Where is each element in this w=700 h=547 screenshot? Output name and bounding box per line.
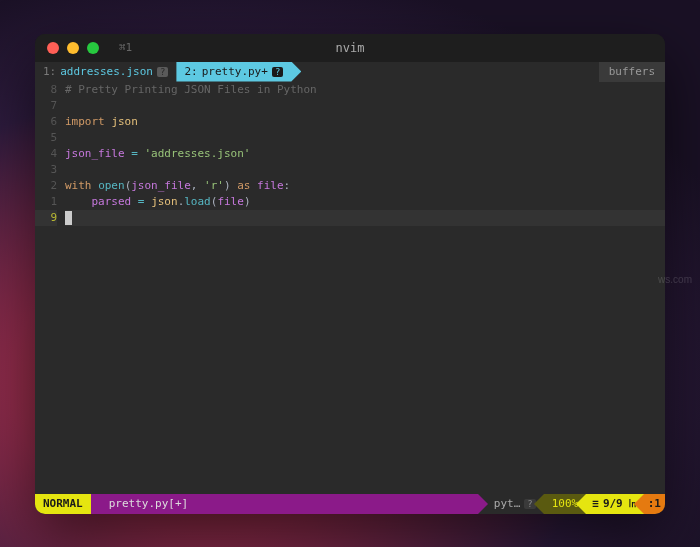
filetype-label: pyt… — [494, 497, 521, 510]
buffers-label: buffers — [599, 62, 665, 82]
line-position: 9/9 — [603, 497, 623, 510]
cursor-icon — [65, 211, 72, 225]
buffer-name: addresses.json — [60, 65, 153, 78]
close-icon[interactable] — [47, 42, 59, 54]
command-line[interactable] — [35, 478, 665, 494]
line-number: 1 — [35, 194, 57, 210]
line-number: 6 — [35, 114, 57, 130]
buffer-name: pretty.py+ — [202, 65, 268, 78]
code-line: json_file = 'addresses.json' — [65, 146, 665, 162]
code-line: # Pretty Printing JSON Files in Python — [65, 82, 665, 98]
line-number-gutter: 8 7 6 5 4 3 2 1 9 — [35, 82, 65, 478]
line-number: 8 — [35, 82, 57, 98]
code-line — [65, 98, 665, 114]
titlebar: ⌘1 nvim — [35, 34, 665, 62]
separator-icon: ≡ — [592, 497, 599, 510]
minimize-icon[interactable] — [67, 42, 79, 54]
line-number: 7 — [35, 98, 57, 114]
code-line: import json — [65, 114, 665, 130]
watermark: ws.com — [658, 274, 692, 285]
buffer-line: 1: addresses.json ? 2: pretty.py+ ? buff… — [35, 62, 665, 82]
code-line — [65, 162, 665, 178]
line-number: 3 — [35, 162, 57, 178]
traffic-lights — [47, 42, 99, 54]
maximize-icon[interactable] — [87, 42, 99, 54]
column-segment: :1 — [644, 494, 665, 514]
line-number: 2 — [35, 178, 57, 194]
code-content[interactable]: # Pretty Printing JSON Files in Python i… — [65, 82, 665, 478]
code-line-current — [65, 210, 665, 226]
code-line: parsed = json.load(file) — [65, 194, 665, 210]
buffer-number: 1: — [43, 65, 56, 78]
terminal-tab-indicator: ⌘1 — [119, 41, 132, 54]
line-number: 5 — [35, 130, 57, 146]
status-line: NORMAL pretty.py[+] pyt… ? 100% ≡ 9/9 ㏑ … — [35, 494, 665, 514]
window-title: nvim — [336, 41, 365, 55]
code-line — [65, 130, 665, 146]
mode-segment: NORMAL — [35, 494, 91, 514]
buffer-number: 2: — [184, 65, 197, 78]
file-segment: pretty.py[+] — [91, 494, 478, 514]
editor-area[interactable]: 8 7 6 5 4 3 2 1 9 # Pretty Printing JSON… — [35, 82, 665, 478]
buffer-modified-icon: ? — [272, 67, 283, 77]
line-number: 4 — [35, 146, 57, 162]
terminal-window: ⌘1 nvim 1: addresses.json ? 2: pretty.py… — [35, 34, 665, 514]
buffer-modified-icon: ? — [157, 67, 168, 77]
buffer-tab-active[interactable]: 2: pretty.py+ ? — [176, 62, 301, 82]
code-line: with open(json_file, 'r') as file: — [65, 178, 665, 194]
buffer-tab-inactive[interactable]: 1: addresses.json ? — [35, 62, 176, 82]
line-number-current: 9 — [35, 210, 57, 226]
